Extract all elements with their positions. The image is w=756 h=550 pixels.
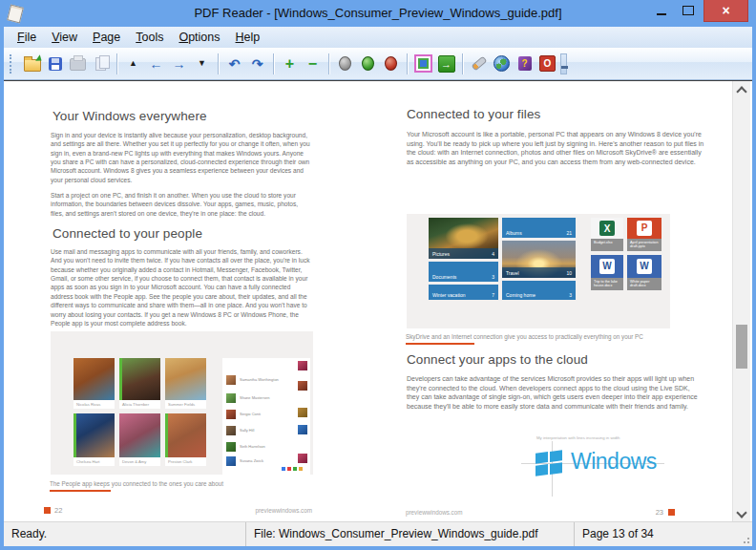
contact-name: Susana Zwick xyxy=(240,458,263,463)
word-file-tile: W White paper draft.docx xyxy=(627,255,662,290)
avatar xyxy=(298,361,307,370)
minimize-icon xyxy=(657,13,666,15)
tile-label: Pictures xyxy=(432,251,450,257)
section-heading: Connected to your people xyxy=(52,226,202,241)
go-to-page-button[interactable]: → xyxy=(436,53,456,75)
tile-label: Coming home xyxy=(506,292,536,298)
word-tile-body: W xyxy=(591,255,623,278)
first-page-button[interactable]: ▲ xyxy=(123,53,143,75)
gray-oval-button[interactable] xyxy=(335,53,355,75)
language-button[interactable] xyxy=(492,53,512,75)
menu-help[interactable]: Help xyxy=(228,27,268,48)
next-page-button[interactable]: → xyxy=(169,53,189,75)
contact-row: Seth Harrelson xyxy=(226,442,293,454)
resize-grip[interactable] xyxy=(740,534,749,543)
scroll-up-button[interactable] xyxy=(733,82,750,97)
person-name: Preston Clark xyxy=(165,457,206,466)
people-photo-tile: Preston Clark xyxy=(165,413,206,466)
excel-tile-body: X xyxy=(591,218,623,239)
menu-file[interactable]: File xyxy=(10,27,44,48)
person-name: Summer Fields xyxy=(165,400,206,409)
minimize-button[interactable] xyxy=(649,0,674,21)
contact-row: Shane Mastersen xyxy=(226,393,293,405)
zoom-out-button[interactable]: − xyxy=(303,53,323,75)
avatar xyxy=(298,425,307,434)
menu-tools[interactable]: Tools xyxy=(128,27,171,48)
previous-page-button[interactable]: ← xyxy=(146,53,166,75)
green-arrow-icon: → xyxy=(438,55,455,73)
people-photo-tile: Summer Fields xyxy=(165,358,206,409)
save-icon xyxy=(49,57,62,71)
copy-button[interactable] xyxy=(91,53,111,75)
settings-button[interactable] xyxy=(469,53,489,75)
scroll-down-button[interactable] xyxy=(733,506,750,521)
file-name: Budget.xlsx xyxy=(591,239,623,251)
toolbar-grip[interactable] xyxy=(10,54,15,74)
chevron-down-icon xyxy=(736,507,746,518)
thumbnail-view-button[interactable] xyxy=(413,53,433,75)
print-icon xyxy=(70,58,86,71)
contact-row: Samantha Worthington xyxy=(226,375,293,387)
powerpoint-icon: P xyxy=(637,221,652,236)
maximize-button[interactable] xyxy=(676,0,701,21)
triangle-down-icon: ▼ xyxy=(198,59,206,68)
page-number: 22 xyxy=(54,506,62,515)
social-badge-icon xyxy=(293,467,297,471)
copy-icon xyxy=(95,57,106,71)
exit-button[interactable]: O xyxy=(537,53,557,75)
red-oval-button[interactable] xyxy=(381,53,401,75)
menu-page[interactable]: Page xyxy=(85,27,128,48)
window-title: PDF Reader - [Windows_Consumer_Preview_W… xyxy=(0,0,756,27)
scrollbar-thumb[interactable] xyxy=(736,325,747,369)
contact-name: Sally Hill xyxy=(240,428,254,433)
portrait-photo xyxy=(74,413,115,457)
status-ready: Ready. xyxy=(4,522,246,546)
print-button[interactable] xyxy=(68,53,88,75)
vertical-scrollbar[interactable] xyxy=(732,81,750,522)
green-oval-button[interactable] xyxy=(358,53,378,75)
help-book-button[interactable]: ? xyxy=(514,53,535,75)
toolbar-separator xyxy=(328,53,329,74)
windows-logo-icon xyxy=(536,450,562,476)
avatar xyxy=(226,375,236,385)
help-book-icon: ? xyxy=(518,56,532,71)
avatar xyxy=(226,426,236,435)
pdf-reader-window: PDF Reader - [Windows_Consumer_Preview_W… xyxy=(0,0,756,550)
last-page-button[interactable]: ▼ xyxy=(192,53,212,75)
person-name: Devon & Amy xyxy=(119,457,160,466)
word-file-tile: W Trip to the lake house.docx xyxy=(591,255,623,290)
portrait-photo xyxy=(165,413,206,457)
maximize-icon xyxy=(682,6,694,15)
footer-site: previewwindows.com xyxy=(406,509,463,516)
redo-button[interactable]: ↷ xyxy=(247,53,267,75)
toolbar-separator xyxy=(116,53,117,74)
person-name: Alicia Thornber xyxy=(119,400,160,409)
skydrive-tile-documents: Documents 3 xyxy=(429,262,498,282)
tile-count: 3 xyxy=(492,274,494,280)
menu-options[interactable]: Options xyxy=(171,27,227,48)
titlebar: PDF Reader - [Windows_Consumer_Preview_W… xyxy=(0,0,756,27)
close-button[interactable]: × xyxy=(704,0,748,22)
save-button[interactable] xyxy=(45,53,65,75)
toolbar-overflow-button[interactable] xyxy=(560,53,567,74)
paragraph: Developers can take advantage of the ser… xyxy=(407,374,699,412)
skydrive-tile-coming-home: Coming home 3 xyxy=(502,281,576,300)
social-badge-icon xyxy=(299,467,303,471)
contact-name: Samantha Worthington xyxy=(240,377,279,382)
paragraph: Sign in and your device is instantly ali… xyxy=(51,131,310,184)
red-oval-icon xyxy=(385,56,397,71)
zoom-in-button[interactable]: + xyxy=(280,53,300,75)
open-button[interactable] xyxy=(22,53,42,75)
excel-file-tile: X Budget.xlsx xyxy=(591,218,623,251)
menu-view[interactable]: View xyxy=(44,27,85,48)
avatar xyxy=(298,454,307,463)
tile-label: Documents xyxy=(432,274,456,280)
powerpoint-tile-body: P xyxy=(627,218,662,239)
skydrive-figure: Pictures 4 Documents 3 Winter vacation 7… xyxy=(407,214,670,328)
caption-underline xyxy=(406,343,474,345)
contact-name: Shane Mastersen xyxy=(240,395,269,400)
avatar xyxy=(226,393,236,403)
file-name: Trip to the lake house.docx xyxy=(591,278,623,290)
undo-button[interactable]: ↶ xyxy=(224,53,244,75)
people-app-figure: Nicolas Rivas Alicia Thornber Summer Fie… xyxy=(51,331,313,475)
